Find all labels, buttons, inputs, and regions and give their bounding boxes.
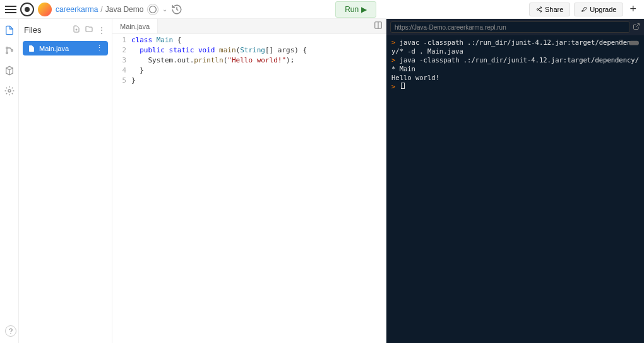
svg-point-7 — [8, 90, 11, 92]
file-more-icon[interactable]: ⋮ — [96, 44, 103, 52]
line-number: 5 — [112, 76, 126, 86]
breadcrumb-separator: / — [100, 5, 102, 14]
toggle-icon[interactable] — [629, 38, 639, 47]
code-editor[interactable]: 12345 class Main { public static void ma… — [112, 34, 386, 86]
breadcrumb-project: Java Demo — [105, 5, 144, 14]
history-icon[interactable] — [171, 4, 182, 15]
console-line: > java -classpath .:/run_dir/junit-4.12.… — [391, 55, 639, 73]
add-button[interactable]: + — [627, 3, 639, 16]
svg-rect-10 — [629, 41, 639, 45]
file-icon — [28, 45, 35, 52]
console-line: > javac -classpath .:/run_dir/junit-4.12… — [391, 38, 639, 55]
line-number: 2 — [112, 45, 126, 55]
code-line: public static void main(String[] args) { — [131, 45, 386, 55]
svg-point-4 — [6, 47, 8, 49]
svg-point-2 — [537, 8, 539, 10]
upgrade-label: Upgrade — [590, 6, 616, 13]
svg-point-6 — [11, 50, 13, 52]
console-url-input[interactable] — [390, 21, 630, 33]
console-prompt[interactable]: > — [391, 82, 639, 91]
breadcrumb: careerkarma / Java Demo — [56, 5, 143, 14]
code-line: class Main { — [131, 35, 386, 45]
tab-label: Main.java — [120, 23, 150, 30]
svg-point-0 — [150, 6, 157, 13]
svg-point-9 — [619, 40, 623, 45]
language-indicator[interactable] — [147, 4, 158, 15]
upgrade-button[interactable]: Upgrade — [574, 3, 623, 16]
new-folder-icon[interactable] — [84, 25, 94, 35]
help-label: ? — [9, 327, 13, 335]
run-button[interactable]: Run ▶ — [335, 1, 376, 18]
share-icon — [536, 6, 542, 13]
layout-icon[interactable] — [374, 21, 383, 32]
files-panel-title: Files — [24, 25, 69, 35]
line-number: 4 — [112, 66, 126, 76]
breadcrumb-user[interactable]: careerkarma — [56, 5, 98, 14]
line-number: 3 — [112, 55, 126, 66]
avatar[interactable] — [38, 3, 52, 16]
code-line: } — [131, 76, 386, 86]
file-name: Main.java — [39, 45, 69, 52]
packages-icon[interactable] — [4, 66, 15, 76]
settings-icon[interactable] — [4, 86, 15, 96]
line-number: 1 — [112, 35, 126, 45]
console-line: Hello world! — [391, 73, 639, 82]
editor-tab[interactable]: Main.java — [112, 19, 158, 33]
share-button[interactable]: Share — [529, 3, 570, 16]
console-output[interactable]: > javac -classpath .:/run_dir/junit-4.12… — [386, 35, 644, 93]
replit-logo[interactable] — [20, 3, 34, 16]
files-nav-icon[interactable] — [4, 25, 15, 35]
svg-point-1 — [540, 6, 542, 8]
code-line: } — [131, 66, 386, 76]
share-label: Share — [545, 6, 563, 13]
rocket-icon — [581, 6, 587, 13]
chevron-down-icon[interactable]: ⌄ — [162, 6, 167, 13]
menu-icon[interactable] — [5, 4, 16, 15]
svg-point-5 — [6, 52, 8, 54]
version-control-icon[interactable] — [4, 45, 15, 55]
svg-point-3 — [540, 10, 542, 12]
play-icon: ▶ — [361, 5, 367, 14]
run-label: Run — [345, 5, 359, 14]
new-file-icon[interactable] — [71, 25, 81, 35]
search-icon[interactable] — [617, 38, 625, 47]
more-options-icon[interactable]: ⋮ — [97, 26, 107, 35]
open-external-icon[interactable] — [633, 23, 640, 32]
file-item-main[interactable]: Main.java ⋮ — [23, 41, 108, 55]
code-line: System.out.println("Hello world!"); — [131, 55, 386, 66]
help-button[interactable]: ? — [5, 325, 16, 337]
